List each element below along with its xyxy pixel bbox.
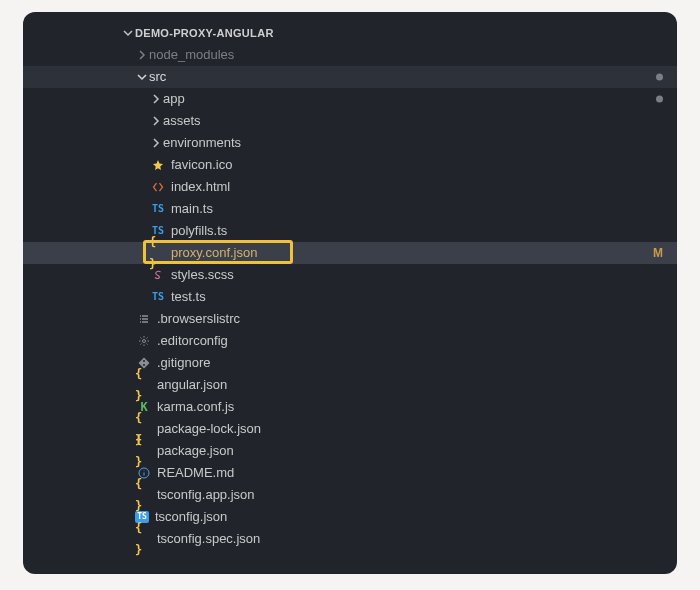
html-icon [149, 181, 167, 193]
file-label: favicon.ico [171, 154, 232, 176]
file-label: .editorconfig [157, 330, 228, 352]
folder-assets[interactable]: assets [23, 110, 677, 132]
ts-icon: TS [149, 286, 167, 308]
modified-dot-icon [656, 74, 663, 81]
file-label: main.ts [171, 198, 213, 220]
file-index-html[interactable]: index.html [23, 176, 677, 198]
folder-src[interactable]: src [23, 66, 677, 88]
chevron-right-icon [149, 116, 163, 126]
folder-label: node_modules [149, 44, 234, 66]
file-label: .browserslistrc [157, 308, 240, 330]
list-icon [135, 313, 153, 325]
file-gitignore[interactable]: .gitignore [23, 352, 677, 374]
file-package-json[interactable]: { } package.json [23, 440, 677, 462]
file-package-lock-json[interactable]: { } package-lock.json [23, 418, 677, 440]
folder-environments[interactable]: environments [23, 132, 677, 154]
scss-icon [149, 269, 167, 281]
git-modified-badge: M [653, 242, 663, 264]
file-label: index.html [171, 176, 230, 198]
file-label: karma.conf.js [157, 396, 234, 418]
file-karma-conf[interactable]: K karma.conf.js [23, 396, 677, 418]
file-styles-scss[interactable]: styles.scss [23, 264, 677, 286]
file-label: polyfills.ts [171, 220, 227, 242]
chevron-right-icon [149, 138, 163, 148]
file-main-ts[interactable]: TS main.ts [23, 198, 677, 220]
ts-icon: TS [149, 198, 167, 220]
file-explorer-panel: DEMO-PROXY-ANGULAR node_modules src app … [23, 12, 677, 574]
folder-label: environments [163, 132, 241, 154]
file-readme-md[interactable]: README.md [23, 462, 677, 484]
file-label: angular.json [157, 374, 227, 396]
chevron-down-icon [121, 28, 135, 38]
file-label: package.json [157, 440, 234, 462]
project-header[interactable]: DEMO-PROXY-ANGULAR [23, 22, 677, 44]
file-label: package-lock.json [157, 418, 261, 440]
json-braces-icon: { } [135, 517, 153, 561]
file-label: tsconfig.app.json [157, 484, 255, 506]
chevron-down-icon [135, 72, 149, 82]
file-label: proxy.conf.json [171, 242, 257, 264]
gear-icon [135, 335, 153, 347]
file-label: tsconfig.json [155, 506, 227, 528]
modified-dot-icon [656, 96, 663, 103]
folder-label: src [149, 66, 166, 88]
file-label: tsconfig.spec.json [157, 528, 260, 550]
folder-label: app [163, 88, 185, 110]
file-polyfills-ts[interactable]: TS polyfills.ts [23, 220, 677, 242]
file-tsconfig-spec-json[interactable]: { } tsconfig.spec.json [23, 528, 677, 550]
file-angular-json[interactable]: { } angular.json [23, 374, 677, 396]
chevron-right-icon [135, 50, 149, 60]
file-proxy-conf-json[interactable]: { } proxy.conf.json M [23, 242, 677, 264]
file-browserslistrc[interactable]: .browserslistrc [23, 308, 677, 330]
file-label: .gitignore [157, 352, 210, 374]
file-tsconfig-app-json[interactable]: { } tsconfig.app.json [23, 484, 677, 506]
file-label: README.md [157, 462, 234, 484]
chevron-right-icon [149, 94, 163, 104]
file-test-ts[interactable]: TS test.ts [23, 286, 677, 308]
folder-label: assets [163, 110, 201, 132]
file-editorconfig[interactable]: .editorconfig [23, 330, 677, 352]
star-icon [149, 159, 167, 171]
file-label: styles.scss [171, 264, 234, 286]
file-favicon[interactable]: favicon.ico [23, 154, 677, 176]
folder-app[interactable]: app [23, 88, 677, 110]
file-tsconfig-json[interactable]: TS tsconfig.json [23, 506, 677, 528]
svg-point-0 [143, 340, 146, 343]
file-label: test.ts [171, 286, 206, 308]
folder-node-modules[interactable]: node_modules [23, 44, 677, 66]
project-name: DEMO-PROXY-ANGULAR [135, 22, 274, 44]
